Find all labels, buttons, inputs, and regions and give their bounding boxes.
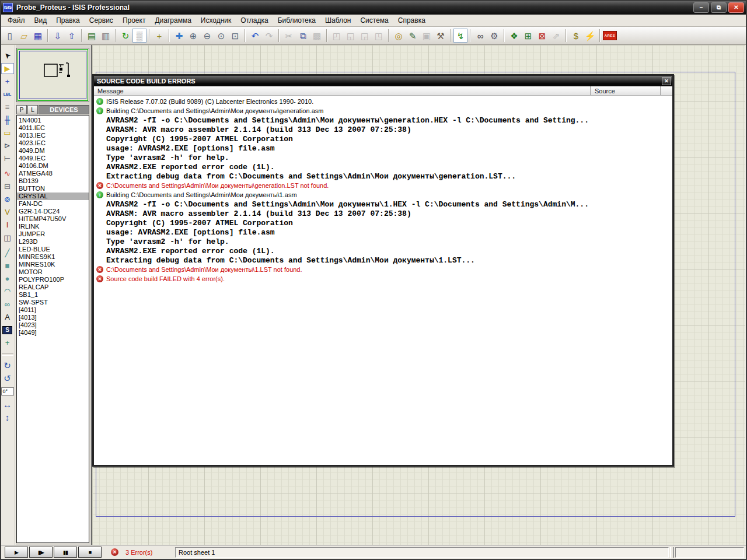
- device-item[interactable]: ATMEGA48: [17, 170, 89, 177]
- message-row[interactable]: AVRASM: AVR macro assembler 2.1.14 (buil…: [94, 209, 672, 218]
- current-probe-mode-button[interactable]: I: [1, 219, 14, 230]
- 2d-marker-mode-button[interactable]: +: [1, 337, 14, 348]
- menu-help[interactable]: Справка: [393, 16, 430, 24]
- menu-tools[interactable]: Сервис: [85, 16, 118, 24]
- device-item[interactable]: 1N4001: [17, 117, 89, 124]
- message-row[interactable]: Extracting debug data from C:\Documents …: [94, 172, 672, 181]
- block-copy-button[interactable]: ◰: [330, 29, 344, 43]
- component-mode-button[interactable]: ▶: [1, 63, 14, 74]
- message-row[interactable]: AVRASM2.EXE reported error code (1L).: [94, 246, 672, 256]
- titlebar[interactable]: ISIS Probe_Proteus - ISIS Professional –…: [0, 0, 747, 15]
- minimize-button[interactable]: –: [693, 2, 709, 13]
- make-device-button[interactable]: ✎: [406, 29, 420, 43]
- message-row[interactable]: Type 'avrasm2 -h' for help.: [94, 237, 672, 246]
- 2d-arc-mode-button[interactable]: ◠: [1, 286, 14, 297]
- text-script-mode-button[interactable]: ≡: [1, 102, 14, 113]
- goto-sheet-button[interactable]: ⇗: [549, 29, 563, 43]
- device-item[interactable]: BUTTON: [17, 185, 89, 192]
- device-item[interactable]: FAN-DC: [17, 200, 89, 208]
- rotation-angle-field[interactable]: 0°: [1, 387, 14, 396]
- device-pin-mode-button[interactable]: ⊢: [1, 153, 14, 164]
- wire-autorouter-button[interactable]: ↯: [453, 29, 467, 43]
- menu-source[interactable]: Исходник: [196, 16, 236, 24]
- 2d-path-mode-button[interactable]: ∞: [1, 299, 14, 310]
- menu-file[interactable]: Файл: [3, 16, 30, 24]
- 2d-line-mode-button[interactable]: ╱: [1, 247, 14, 258]
- decompose-button[interactable]: ⚒: [434, 29, 448, 43]
- message-row[interactable]: Extracting debug data from C:\Documents …: [94, 256, 672, 265]
- rotate-ccw-button[interactable]: ↺: [1, 373, 14, 384]
- message-row[interactable]: Copyright (C) 1995-2007 ATMEL Corporatio…: [94, 218, 672, 228]
- tape-recorder-mode-button[interactable]: ⊟: [1, 181, 14, 192]
- wire-label-mode-button[interactable]: LBL: [1, 89, 14, 100]
- pan-button[interactable]: ✚: [172, 29, 186, 43]
- device-item[interactable]: [4011]: [17, 306, 89, 314]
- message-row[interactable]: iISIS Release 7.07.02 (Build 9089) (C) L…: [94, 97, 672, 106]
- redo-button[interactable]: ↷: [262, 29, 276, 43]
- device-item[interactable]: L293D: [17, 238, 89, 246]
- device-item[interactable]: 4023.IEC: [17, 139, 89, 147]
- new-file-button[interactable]: ▯: [3, 29, 17, 43]
- mirror-horizontal-button[interactable]: ↔: [1, 399, 14, 410]
- virtual-instruments-mode-button[interactable]: ◫: [1, 232, 14, 243]
- device-item[interactable]: IRLINK: [17, 223, 89, 230]
- zoom-in-button[interactable]: ⊕: [186, 29, 200, 43]
- message-row[interactable]: AVRASM2 -fI -o C:\Documents and Settings…: [94, 200, 672, 209]
- save-button[interactable]: ▦: [31, 29, 45, 43]
- block-move-button[interactable]: ◱: [344, 29, 358, 43]
- mark-output-area-button[interactable]: ▥: [99, 29, 113, 43]
- dialog-close-button[interactable]: ✕: [662, 77, 671, 85]
- device-item[interactable]: REALCAP: [17, 284, 89, 291]
- device-item[interactable]: MOTOR: [17, 268, 89, 276]
- error-count[interactable]: 3 Error(s): [125, 549, 152, 556]
- mirror-vertical-button[interactable]: ↕: [1, 412, 14, 423]
- message-row[interactable]: usage: AVRASM2.EXE [options] file.asm: [94, 144, 672, 153]
- graph-mode-button[interactable]: ∿: [1, 168, 14, 179]
- print-button[interactable]: ▤: [85, 29, 99, 43]
- play-button[interactable]: ▶: [5, 547, 28, 558]
- dialog-titlebar[interactable]: SOURCE CODE BUILD ERRORS ✕: [94, 76, 672, 86]
- 2d-box-mode-button[interactable]: ■: [1, 260, 14, 271]
- column-header-message[interactable]: Message: [94, 86, 591, 95]
- origin-button[interactable]: +: [152, 29, 166, 43]
- property-assignment-button[interactable]: ⚙: [487, 29, 501, 43]
- device-item[interactable]: CRYSTAL: [17, 192, 89, 200]
- device-item[interactable]: 4011.IEC: [17, 124, 89, 132]
- menu-template[interactable]: Шаблон: [320, 16, 355, 24]
- device-item[interactable]: BD139: [17, 177, 89, 185]
- restore-button[interactable]: ⧉: [711, 2, 727, 13]
- terminal-mode-button[interactable]: ⊳: [1, 140, 14, 151]
- device-item[interactable]: LED-BLUE: [17, 246, 89, 253]
- message-row[interactable]: usage: AVRASM2.EXE [options] file.asm: [94, 228, 672, 237]
- stop-button[interactable]: ■: [78, 547, 102, 558]
- menu-debug[interactable]: Отладка: [236, 16, 273, 24]
- device-item[interactable]: MINRES9K1: [17, 253, 89, 261]
- message-row[interactable]: iBuilding C:\Documents and Settings\Admi…: [94, 106, 672, 116]
- 2d-circle-mode-button[interactable]: ●: [1, 273, 14, 284]
- statusbar-splitter[interactable]: [670, 547, 674, 558]
- message-row[interactable]: Copyright (C) 1995-2007 ATMEL Corporatio…: [94, 134, 672, 144]
- menu-library[interactable]: Библиотека: [273, 16, 320, 24]
- menu-edit[interactable]: Правка: [51, 16, 85, 24]
- device-item[interactable]: [4013]: [17, 314, 89, 321]
- device-item[interactable]: SB1_1: [17, 291, 89, 299]
- open-folder-button[interactable]: ▱: [17, 29, 31, 43]
- menu-view[interactable]: Вид: [30, 16, 52, 24]
- undo-button[interactable]: ↶: [248, 29, 262, 43]
- generator-mode-button[interactable]: ⊚: [1, 194, 14, 205]
- zoom-all-button[interactable]: ⊙: [214, 29, 228, 43]
- menu-system[interactable]: Система: [355, 16, 393, 24]
- bill-of-materials-button[interactable]: $: [569, 29, 583, 43]
- pick-devices-button[interactable]: P: [16, 105, 27, 114]
- device-item[interactable]: 4049.DM: [17, 147, 89, 155]
- message-row[interactable]: iBuilding C:\Documents and Settings\Admi…: [94, 190, 672, 200]
- pick-device-button[interactable]: ◎: [392, 29, 406, 43]
- menu-design[interactable]: Проект: [118, 16, 151, 24]
- device-item[interactable]: G2R-14-DC24: [17, 208, 89, 215]
- junction-dot-mode-button[interactable]: +: [1, 76, 14, 87]
- device-item[interactable]: SW-SPST: [17, 299, 89, 306]
- column-header-source[interactable]: Source: [591, 86, 661, 95]
- redraw-button[interactable]: ↻: [118, 29, 132, 43]
- subcircuit-mode-button[interactable]: ▭: [1, 127, 14, 138]
- device-item[interactable]: 4013.IEC: [17, 132, 89, 139]
